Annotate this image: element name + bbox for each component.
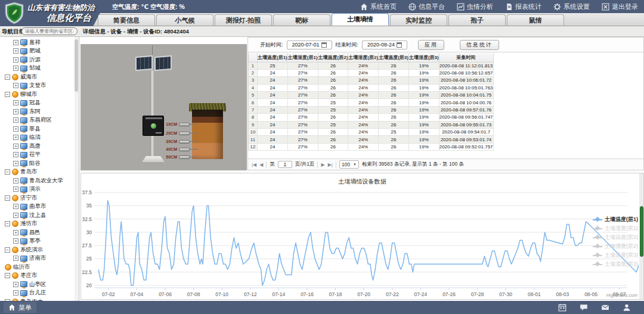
menu-item-虫情分析[interactable]: 虫情分析 [457,2,493,11]
page-scrollbar-thumb[interactable] [640,206,643,257]
expand-icon[interactable]: + [13,238,18,244]
last-page-button[interactable]: ▶| [328,162,333,167]
sidebar-scrollbar[interactable] [75,37,78,301]
calendar-icon[interactable] [321,42,327,48]
expand-icon[interactable]: + [13,83,18,88]
tree-node-邹城[interactable]: +邹城 [0,64,74,73]
expand-icon[interactable]: + [13,256,18,261]
expand-icon[interactable]: + [13,178,18,184]
menu-item-信息平台[interactable]: 信息平台 [408,2,445,11]
sidebar-scrollbar-thumb[interactable] [75,39,78,92]
region-search-input[interactable] [21,27,78,35]
column-header[interactable]: 采集时间 [439,53,493,62]
table-row[interactable]: 32427%2624%2619%2020-08-08 10:06:01.72 [249,77,494,84]
expand-icon[interactable]: + [13,126,18,132]
expand-icon[interactable]: + [13,161,18,166]
expand-icon[interactable]: + [13,152,18,157]
expand-icon[interactable]: + [13,290,18,296]
tree-node-曲阜市[interactable]: +曲阜市 [0,203,74,212]
expand-icon[interactable]: + [13,213,18,218]
expand-icon[interactable]: + [13,135,18,140]
prev-page-button[interactable]: ◀ [259,162,263,167]
tree-node-嘉祥[interactable]: +嘉祥 [0,38,74,47]
collapse-icon[interactable]: − [5,92,10,97]
tree-node-茌平[interactable]: +茌平 [0,151,74,160]
tree-node-枣庄市[interactable]: −枣庄市 [0,272,74,281]
tree-node-山亭区[interactable]: +山亭区 [0,280,74,289]
collapse-icon[interactable]: − [5,195,10,201]
expand-icon[interactable]: + [13,109,18,114]
tree-node-昌邑[interactable]: +昌邑 [0,228,74,237]
table-row[interactable]: 12527%2624%2619%2020-08-08 11:12:01.813 [249,62,494,69]
tree-node-威海市[interactable]: −威海市 [0,73,74,82]
tree-node-台儿庄[interactable]: +台儿庄 [0,289,74,298]
page-size-select[interactable]: 100 ▼ [339,160,359,169]
legend-item-土壤温度(层3)[interactable]: 土壤温度(层3) [593,251,638,260]
tree-node-系统演示[interactable]: −系统演示 [0,245,74,254]
tree-node-临沂市[interactable]: 临沂市 [0,263,74,272]
expand-icon[interactable]: + [13,48,18,54]
legend-item-土壤湿度(层2)[interactable]: 土壤湿度(层2) [593,242,638,251]
tree-node-东阿[interactable]: +东阿 [0,107,74,116]
next-page-button[interactable]: ▶ [321,162,324,167]
column-header[interactable]: 土壤湿度(层1) [287,53,318,62]
tree-node-文登市[interactable]: +文登市 [0,82,74,91]
tab-小气候[interactable]: 小气候 [156,14,213,26]
table-row[interactable]: 72427%2524%2619%2020-08-08 09:57:01.76 [249,106,494,113]
tree-node-演示[interactable]: +演示 [0,185,74,194]
expand-icon[interactable]: + [13,144,18,149]
collapse-icon[interactable]: − [5,169,10,175]
collapse-icon[interactable]: − [5,273,10,278]
column-header[interactable]: 土壤温度(层3) [379,53,409,62]
table-row[interactable]: 22427%2624%2619%2020-08-08 10:56:12.657 [249,69,494,76]
table-row[interactable]: 102427%2624%2519%2020-08-08 09:54:01.7 [249,129,494,136]
legend-item-土壤温度(层2)[interactable]: 土壤温度(层2) [593,233,638,242]
tree-node-寒亭[interactable]: +寒亭 [0,237,74,246]
expand-icon[interactable]: + [13,282,18,287]
tab-孢子[interactable]: 孢子 [448,14,506,26]
tree-node-肥城[interactable]: +肥城 [0,47,74,56]
column-header[interactable]: 土壤温度(层1) [258,53,288,62]
calendar-icon[interactable] [397,42,402,48]
tree-node-汶上县[interactable]: +汶上县 [0,211,74,220]
tree-node-潍坊市[interactable]: −潍坊市 [0,220,74,229]
column-header[interactable]: 土壤湿度(层2) [348,53,379,62]
tree-node-莘县[interactable]: +莘县 [0,125,74,133]
menu-item-退出登录[interactable]: 退出登录 [602,2,638,11]
menu-button[interactable]: 菜单 [4,302,36,313]
expand-icon[interactable]: + [13,117,18,123]
collapse-icon[interactable]: − [5,74,10,80]
tree-node-聊城市[interactable]: −聊城市 [0,90,74,99]
table-row[interactable]: 52427%2624%2619%2020-08-08 10:04:01.75 [249,92,494,99]
expand-icon[interactable]: + [13,66,18,71]
legend-item-土壤湿度(层1)[interactable]: 土壤湿度(层1) [593,224,638,233]
menu-item-系统首页[interactable]: 系统首页 [360,2,397,11]
expand-icon[interactable]: + [13,100,18,105]
tree-node-济宁市[interactable]: −济宁市 [0,194,74,203]
tree-node-阳谷[interactable]: +阳谷 [0,159,74,168]
user-icon[interactable] [623,303,631,312]
collapse-icon[interactable]: − [5,247,10,253]
expand-icon[interactable]: + [13,186,18,192]
table-row[interactable]: 42427%2624%2619%2020-08-08 10:05:01.763 [249,84,494,91]
calendar-icon[interactable] [558,303,566,312]
info-stats-button[interactable]: 信息统计 [460,40,499,50]
tab-实时监控[interactable]: 实时监控 [390,14,447,26]
tab-测报灯-拍照[interactable]: 测报灯-拍照 [215,14,272,26]
expand-icon[interactable]: + [13,40,18,45]
tree-node-沂源[interactable]: +沂源 [0,55,74,64]
legend-item-土壤温度(层1)[interactable]: 土壤温度(层1) [593,215,638,224]
tree-node-济南市[interactable]: +济南市 [0,254,74,263]
tree-node-青岛市[interactable]: −青岛市 [0,168,74,177]
menu-item-报表统计[interactable]: 报表统计 [505,2,541,11]
tab-简要信息[interactable]: 简要信息 [98,14,155,26]
first-page-button[interactable]: |◀ [252,162,256,167]
tab-鼠情[interactable]: 鼠情 [507,14,564,26]
expand-icon[interactable]: + [13,57,18,63]
table-row[interactable]: 112427%2624%2619%2020-08-08 09:53:01.74 [249,136,494,143]
legend-item-土壤湿度(层3)[interactable]: 土壤湿度(层3) [593,260,638,269]
menu-item-系统设置[interactable]: 系统设置 [553,2,590,11]
tree-node-东昌府区[interactable]: +东昌府区 [0,116,74,125]
column-header[interactable]: 土壤温度(层2) [318,53,348,62]
page-scrollbar[interactable] [639,173,643,299]
